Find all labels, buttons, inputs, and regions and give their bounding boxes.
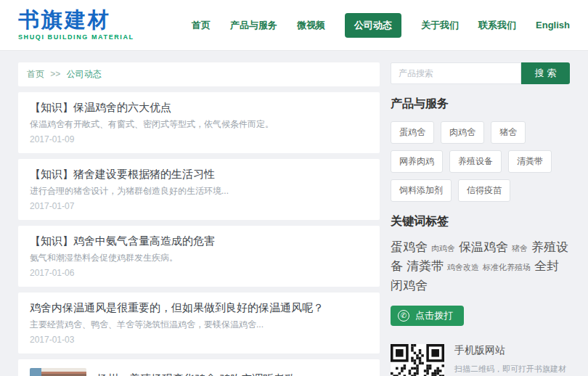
article-summary: 氨气和潮湿垫料会促使鸡群发生疾病。 <box>30 253 368 263</box>
article-body: 扬州一养殖场现豪华鸡舍 鸡吹空调听老歌 2016-11-30 <box>97 368 295 376</box>
product-tag[interactable]: 饲料添加剂 <box>391 179 452 202</box>
product-tag[interactable]: 养殖设备 <box>449 150 502 173</box>
keyword-tag[interactable]: 肉鸡舍 <box>431 244 455 253</box>
keyword-tag[interactable]: 清粪带 <box>407 259 444 273</box>
products-heading: 产品与服务 <box>391 97 570 112</box>
qr-section-description: 扫描二维码，即可打开书旗建材手机版网站，随时随地浏览、收藏、分享最新动态及产品，… <box>454 362 570 376</box>
breadcrumb-separator: >> <box>50 69 60 79</box>
article-list: 【知识】保温鸡舍的六大优点 保温鸡舍有开敞式、有窗式、密闭式等型式，依气候条件而… <box>18 92 380 376</box>
sidebar: 搜 索 产品与服务 蛋鸡舍肉鸡舍猪舍网养肉鸡养殖设备清粪带饲料添加剂信得疫苗 关… <box>391 62 570 376</box>
article-date: 2017-01-03 <box>30 335 368 345</box>
article-summary: 主要经营鸡舍、鸭舍、羊舍等浇筑恒温鸡舍，要镁保温鸡舍... <box>30 320 368 330</box>
article-date: 2017-01-06 <box>30 269 368 278</box>
article-date: 2017-01-09 <box>30 135 368 144</box>
article-body: 【知识】保温鸡舍的六大优点 保温鸡舍有开敞式、有窗式、密闭式等型式，依气候条件而… <box>30 101 368 144</box>
qr-section-title: 手机版网站 <box>454 344 570 357</box>
search-button[interactable]: 搜 索 <box>521 62 570 84</box>
brand-subtitle: SHUQI BUILDING MATERIAL <box>18 33 134 41</box>
site-header: 书旗建材 SHUQI BUILDING MATERIAL 首页产品与服务微视频公… <box>0 0 588 51</box>
phone-icon: ✆ <box>398 310 409 322</box>
keyword-tag[interactable]: 保温鸡舍 <box>459 240 508 254</box>
page-content: 首页 >> 公司动态 【知识】保温鸡舍的六大优点 保温鸡舍有开敞式、有窗式、密闭… <box>0 51 588 376</box>
article-thumbnail-image <box>30 368 86 376</box>
article-title: 【知识】保温鸡舍的六大优点 <box>30 101 368 113</box>
nav-item-link[interactable]: English <box>536 20 570 30</box>
article-body: 鸡舍内保温通风是很重要的，但如果做到良好的保温通风呢？ 主要经营鸡舍、鸭舍、羊舍… <box>30 301 368 345</box>
keywords-heading: 关键词标签 <box>391 214 570 229</box>
keyword-tag[interactable]: 鸡舍改造 <box>447 263 479 271</box>
article-body: 【知识】猪舍建设要根据猪的生活习性 进行合理的猪舍设计，为猪群创造良好的生活环境… <box>30 168 368 211</box>
qr-sections: 手机版网站 扫描二维码，即可打开书旗建材手机版网站，随时随地浏览、收藏、分享最新… <box>391 344 570 376</box>
product-tag[interactable]: 蛋鸡舍 <box>391 121 434 144</box>
article-card[interactable]: 【知识】保温鸡舍的六大优点 保温鸡舍有开敞式、有窗式、密闭式等型式，依气候条件而… <box>18 92 380 153</box>
breadcrumb: 首页 >> 公司动态 <box>18 62 380 86</box>
product-tag[interactable]: 肉鸡舍 <box>441 121 484 144</box>
product-tag[interactable]: 猪舍 <box>491 121 526 144</box>
article-title: 鸡舍内保温通风是很重要的，但如果做到良好的保温通风呢？ <box>30 301 368 314</box>
brand-name: 书旗建材 <box>18 9 134 30</box>
keyword-tag[interactable]: 标准化养殖场 <box>483 263 531 271</box>
nav-item-active[interactable]: 公司动态 <box>345 13 401 38</box>
brand-logo[interactable]: 书旗建材 SHUQI BUILDING MATERIAL <box>18 9 134 41</box>
article-body: 【知识】鸡舍中氨气含量高造成的危害 氨气和潮湿垫料会促使鸡群发生疾病。 2017… <box>30 234 368 278</box>
search-input[interactable] <box>391 62 521 84</box>
nav-item-link[interactable]: 首页 <box>192 19 211 32</box>
breadcrumb-home-link[interactable]: 首页 <box>27 69 44 79</box>
product-tag[interactable]: 网养肉鸡 <box>391 150 443 173</box>
breadcrumb-current: 公司动态 <box>67 69 102 79</box>
article-title: 扬州一养殖场现豪华鸡舍 鸡吹空调听老歌 <box>97 372 295 376</box>
main-nav: 首页产品与服务微视频公司动态关于我们联系我们English <box>192 13 570 38</box>
article-column: 首页 >> 公司动态 【知识】保温鸡舍的六大优点 保温鸡舍有开敞式、有窗式、密闭… <box>18 62 380 376</box>
nav-item-link[interactable]: 联系我们 <box>478 19 516 32</box>
call-button-label: 点击拨打 <box>415 309 453 322</box>
article-title: 【知识】猪舍建设要根据猪的生活习性 <box>30 168 368 180</box>
product-search: 搜 索 <box>391 62 570 84</box>
product-tag-list: 蛋鸡舍肉鸡舍猪舍网养肉鸡养殖设备清粪带饲料添加剂信得疫苗 <box>391 121 570 202</box>
product-tag[interactable]: 信得疫苗 <box>458 179 510 202</box>
nav-item-link[interactable]: 微视频 <box>297 19 325 32</box>
article-summary: 进行合理的猪舍设计，为猪群创造良好的生活环境... <box>30 187 368 196</box>
qr-section: 手机版网站 扫描二维码，即可打开书旗建材手机版网站，随时随地浏览、收藏、分享最新… <box>391 344 570 376</box>
article-card[interactable]: 【知识】鸡舍中氨气含量高造成的危害 氨气和潮湿垫料会促使鸡群发生疾病。 2017… <box>18 226 380 287</box>
keyword-tag[interactable]: 猪舍 <box>512 244 528 253</box>
nav-item-link[interactable]: 关于我们 <box>421 19 459 32</box>
article-title: 【知识】鸡舍中氨气含量高造成的危害 <box>30 234 368 247</box>
keyword-tag[interactable]: 蛋鸡舍 <box>391 240 428 254</box>
article-card[interactable]: 【知识】猪舍建设要根据猪的生活习性 进行合理的猪舍设计，为猪群创造良好的生活环境… <box>18 159 380 220</box>
qr-code-image <box>391 344 444 376</box>
article-card[interactable]: 鸡舍内保温通风是很重要的，但如果做到良好的保温通风呢？ 主要经营鸡舍、鸭舍、羊舍… <box>18 293 380 353</box>
article-date: 2017-01-07 <box>30 202 368 211</box>
article-summary: 保温鸡舍有开敞式、有窗式、密闭式等型式，依气候条件而定。 <box>30 120 368 129</box>
nav-item-link[interactable]: 产品与服务 <box>230 19 277 32</box>
product-tag[interactable]: 清粪带 <box>508 150 552 173</box>
call-button[interactable]: ✆ 点击拨打 <box>391 306 464 326</box>
keyword-tag-cloud: 蛋鸡舍肉鸡舍保温鸡舍猪舍养殖设备清粪带鸡舍改造标准化养殖场全封闭鸡舍 <box>391 238 570 295</box>
article-card[interactable]: 扬州一养殖场现豪华鸡舍 鸡吹空调听老歌 2016-11-30 <box>18 359 380 376</box>
